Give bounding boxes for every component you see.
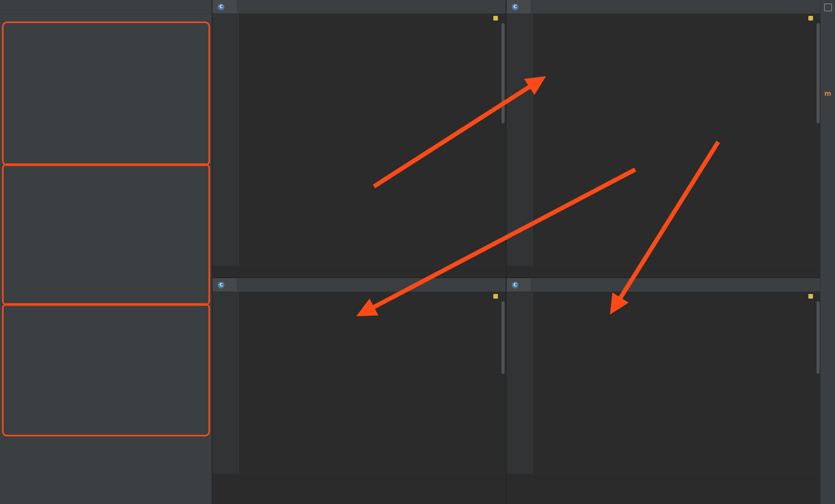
editor-gutter: [507, 14, 533, 265]
breadcrumb: [507, 265, 821, 277]
ide-window: m: [0, 0, 835, 504]
code-editor[interactable]: [507, 292, 821, 473]
tab-bar: [212, 278, 506, 292]
code-editor[interactable]: [212, 14, 506, 265]
tool-window-icon[interactable]: [824, 4, 832, 11]
annotation-box-product-service: [2, 303, 210, 437]
breadcrumb: [212, 265, 506, 277]
right-tool-strip: m: [820, 0, 835, 504]
editor-gutter: [507, 292, 533, 473]
class-icon: [512, 281, 518, 288]
tab-account-service-impl[interactable]: [212, 278, 237, 291]
editor-pane-order-service-impl: [506, 0, 821, 277]
inspections-indicator[interactable]: [493, 16, 498, 20]
class-icon: [218, 281, 224, 288]
inspections-indicator[interactable]: [493, 294, 498, 299]
maven-icon[interactable]: m: [824, 90, 831, 97]
editor-gutter: [212, 292, 239, 473]
editor-pane-order-controller: [212, 0, 506, 277]
class-icon: [218, 3, 224, 10]
tab-order-service-impl[interactable]: [507, 0, 531, 13]
breadcrumb: [507, 473, 821, 485]
editor-pane-product-service-impl: [506, 277, 821, 504]
scrollbar[interactable]: [816, 292, 821, 473]
inspections-indicator[interactable]: [808, 16, 813, 20]
project-panel-header: [0, 0, 211, 14]
code-editor[interactable]: [507, 14, 821, 265]
scrollbar[interactable]: [501, 292, 506, 473]
tab-bar: [507, 278, 821, 292]
editor-pane-account-service-impl: [212, 277, 506, 504]
annotation-box-account-service: [2, 21, 210, 166]
tab-order-controller[interactable]: [212, 0, 237, 13]
editor-filler: [507, 485, 821, 504]
breadcrumb: [212, 473, 506, 485]
editor-filler: [212, 485, 506, 504]
project-panel: [0, 0, 212, 504]
tab-bar: [212, 0, 506, 14]
code-editor[interactable]: [212, 292, 506, 473]
tab-bar: [507, 0, 821, 14]
annotation-box-order-service: [2, 163, 210, 306]
tab-product-service-impl[interactable]: [507, 278, 531, 291]
scrollbar[interactable]: [501, 14, 506, 265]
class-icon: [512, 3, 518, 10]
inspections-indicator[interactable]: [808, 294, 813, 299]
editor-gutter: [212, 14, 239, 265]
scrollbar[interactable]: [816, 14, 821, 265]
